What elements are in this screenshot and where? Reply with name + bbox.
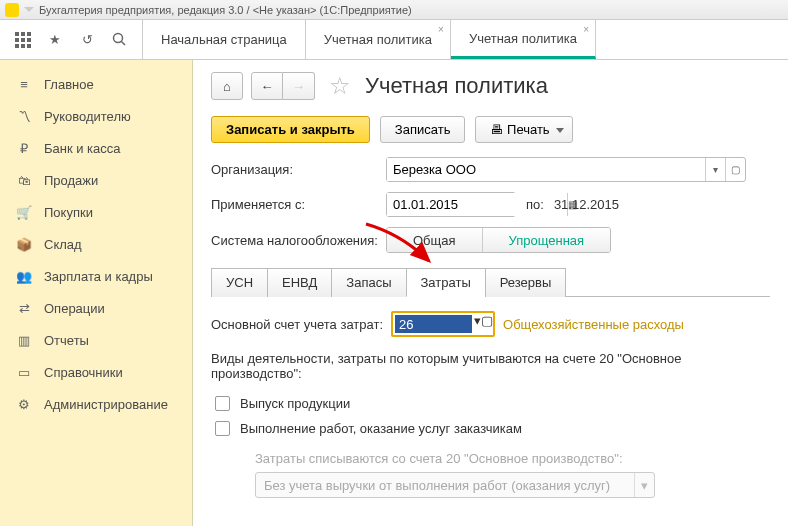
subtab-bar: УСН ЕНВД Запасы Затраты Резервы [211,267,770,297]
home-button[interactable]: ⌂ [211,72,243,100]
subtab-stock[interactable]: Запасы [331,268,406,297]
subtab-reserves[interactable]: Резервы [485,268,567,297]
window-titlebar: Бухгалтерия предприятия, редакция 3.0 / … [0,0,788,20]
sidebar-item-label: Администрирование [44,397,168,412]
close-icon[interactable]: × [583,24,589,35]
sidebar-item-label: Банк и касса [44,141,121,156]
sidebar-item-label: Продажи [44,173,98,188]
activities-label: Виды деятельности, затраты по которым уч… [211,351,770,381]
tax-system-toggle: Общая Упрощенная [386,227,611,253]
cart-icon: 🛒 [16,204,32,220]
date-label: Применяется с: [211,197,386,212]
print-label: Печать [507,122,550,137]
search-icon[interactable] [110,31,128,49]
account-input[interactable]: 26 ▾ ▢ [391,311,495,337]
checkbox-label: Выпуск продукции [240,396,350,411]
sidebar-item-label: Зарплата и кадры [44,269,153,284]
date-from-input[interactable]: ▦ [386,192,516,217]
bag-icon: 🛍 [16,172,32,188]
sidebar-item-warehouse[interactable]: 📦Склад [0,228,192,260]
tab-bar: Начальная страница Учетная политика× Уче… [143,20,596,59]
costs-panel: Основной счет учета затрат: 26 ▾ ▢ Общех… [211,297,770,512]
app-icon [5,3,19,17]
dropdown-icon: ▾ [634,473,654,497]
writeoff-select: ▾ [255,472,655,498]
org-input[interactable]: ▾ ▢ [386,157,746,182]
toolbar-icons: ★ ↺ [0,20,143,59]
sidebar-item-label: Справочники [44,365,123,380]
forward-button[interactable]: → [283,72,315,100]
close-icon[interactable]: × [438,24,444,35]
tax-label: Система налогообложения: [211,233,386,248]
people-icon: 👥 [16,268,32,284]
sidebar-item-label: Отчеты [44,333,89,348]
open-icon[interactable]: ▢ [481,313,493,335]
tab-label: Учетная политика [469,31,577,46]
folder-icon: ▭ [16,364,32,380]
tax-simple-button[interactable]: Упрощенная [483,228,611,252]
sidebar-item-directories[interactable]: ▭Справочники [0,356,192,388]
chart-icon: 〽 [16,108,32,124]
sidebar-item-manager[interactable]: 〽Руководителю [0,100,192,132]
sidebar-item-bank[interactable]: ₽Банк и касса [0,132,192,164]
account-label: Основной счет учета затрат: [211,317,383,332]
apps-icon[interactable] [14,31,32,49]
date-to-value: 31.12.2015 [554,197,619,212]
tab-label: Учетная политика [324,32,432,47]
sidebar-item-reports[interactable]: ▥Отчеты [0,324,192,356]
sidebar-item-label: Операции [44,301,105,316]
sidebar-item-label: Склад [44,237,82,252]
sidebar-item-admin[interactable]: ⚙Администрирование [0,388,192,420]
star-icon[interactable]: ★ [46,31,64,49]
svg-line-1 [121,42,125,46]
back-button[interactable]: ← [251,72,283,100]
sidebar-item-hr[interactable]: 👥Зарплата и кадры [0,260,192,292]
tab-policy-2[interactable]: Учетная политика× [451,20,596,59]
sidebar: ≡Главное 〽Руководителю ₽Банк и касса 🛍Пр… [0,60,193,526]
subtab-usn[interactable]: УСН [211,268,268,297]
main-toolbar: ★ ↺ Начальная страница Учетная политика×… [0,20,788,60]
sidebar-item-label: Главное [44,77,94,92]
gear-icon: ⚙ [16,396,32,412]
favorite-icon[interactable]: ☆ [329,72,351,100]
writeoff-field [256,473,634,497]
account-value[interactable]: 26 [395,315,472,333]
account-description: Общехозяйственные расходы [503,317,684,332]
save-button[interactable]: Записать [380,116,466,143]
sidebar-item-main[interactable]: ≡Главное [0,68,192,100]
tax-general-button[interactable]: Общая [387,228,483,252]
action-bar: Записать и закрыть Записать 🖶 Печать [211,116,770,143]
menu-icon: ≡ [16,76,32,92]
box-icon: 📦 [16,236,32,252]
sidebar-item-label: Руководителю [44,109,131,124]
org-label: Организация: [211,162,386,177]
dropdown-icon[interactable]: ▾ [474,313,481,335]
writeoff-label: Затраты списываются со счета 20 "Основно… [255,451,770,466]
tab-label: Начальная страница [161,32,287,47]
sidebar-item-operations[interactable]: ⇄Операции [0,292,192,324]
sidebar-item-sales[interactable]: 🛍Продажи [0,164,192,196]
save-close-button[interactable]: Записать и закрыть [211,116,370,143]
history-icon[interactable]: ↺ [78,31,96,49]
tab-home[interactable]: Начальная страница [143,20,306,59]
checkbox-production[interactable] [215,396,230,411]
checkbox-label: Выполнение работ, оказание услуг заказчи… [240,421,522,436]
print-button[interactable]: 🖶 Печать [475,116,572,143]
tab-policy-1[interactable]: Учетная политика× [306,20,451,59]
open-icon[interactable]: ▢ [725,158,745,181]
dropdown-icon[interactable]: ▾ [705,158,725,181]
bars-icon: ▥ [16,332,32,348]
checkbox-services[interactable] [215,421,230,436]
window-title: Бухгалтерия предприятия, редакция 3.0 / … [39,4,412,16]
org-field[interactable] [387,158,705,181]
page-header: ⌂ ← → ☆ Учетная политика [211,72,770,100]
content-area: ⌂ ← → ☆ Учетная политика Записать и закр… [193,60,788,526]
page-title: Учетная политика [365,73,548,99]
sidebar-item-purchases[interactable]: 🛒Покупки [0,196,192,228]
svg-point-0 [113,34,122,43]
dropdown-icon[interactable] [24,7,34,12]
subtab-costs[interactable]: Затраты [406,268,486,297]
ruble-icon: ₽ [16,140,32,156]
sidebar-item-label: Покупки [44,205,93,220]
subtab-envd[interactable]: ЕНВД [267,268,332,297]
